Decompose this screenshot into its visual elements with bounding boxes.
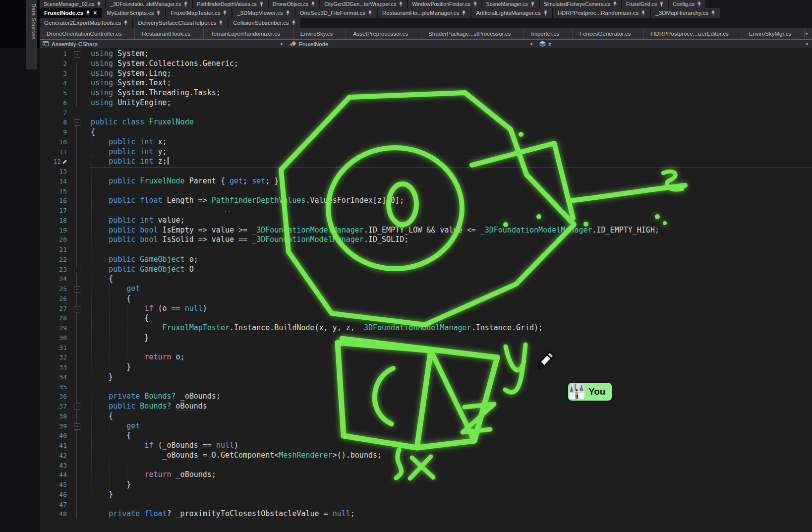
tab-PathfinderDepthValues.cs[interactable]: PathfinderDepthValues.cs: [193, 0, 268, 8]
fold-collapse-icon[interactable]: -: [74, 306, 80, 312]
code-line-3[interactable]: 3using System.Linq;: [40, 69, 812, 79]
code-line-23[interactable]: 23- public GameObject O: [40, 265, 812, 275]
code-line-44[interactable]: 44 return _oBounds;: [40, 470, 812, 480]
pin-icon[interactable]: [291, 20, 296, 26]
code-line-32[interactable]: 32 return o;: [40, 353, 812, 362]
pin-icon[interactable]: [97, 1, 101, 7]
pin-icon[interactable]: [86, 10, 90, 16]
pin-icon[interactable]: [613, 1, 617, 7]
code-line-12[interactable]: 12 public int z;: [40, 157, 812, 167]
code-line-9[interactable]: 9{: [40, 127, 812, 137]
code-line-27[interactable]: 27- if (o == null): [40, 304, 812, 314]
pin-icon[interactable]: [368, 10, 372, 16]
code-line-15[interactable]: 15: [40, 186, 812, 196]
code-line-21[interactable]: 21: [40, 245, 812, 255]
code-line-11[interactable]: 11 public int y;: [40, 147, 812, 157]
pin-icon[interactable]: [183, 1, 188, 7]
code-line-46[interactable]: 46 }: [40, 490, 812, 500]
pin-icon[interactable]: [659, 1, 664, 7]
tab-FencesGenerator.cs[interactable]: FencesGenerator.cs: [573, 28, 644, 39]
code-line-36[interactable]: 36 private Bounds? _oBounds;: [40, 392, 812, 402]
code-line-41[interactable]: 41 if (_oBounds == null): [40, 441, 812, 451]
pin-icon[interactable]: [711, 10, 715, 16]
fold-collapse-icon[interactable]: -: [74, 423, 80, 430]
tab-ShaderPackage...stProcessor.cs[interactable]: ShaderPackage...stProcessor.cs: [421, 28, 524, 39]
pin-icon[interactable]: [399, 1, 403, 7]
code-editor[interactable]: 1-using System;2using System.Collections…: [40, 48, 812, 532]
code-line-5[interactable]: 5using System.Threading.Tasks;: [40, 88, 812, 98]
close-icon[interactable]: ×: [93, 10, 97, 16]
code-line-17[interactable]: 17: [40, 206, 812, 216]
tab-CollisionSubscriber.cs[interactable]: CollisionSubscriber.cs: [229, 18, 300, 28]
data-sources-dock-tab[interactable]: Data Sources: [26, 0, 37, 69]
fold-collapse-icon[interactable]: -: [74, 286, 80, 293]
tab-MyEditorScripts.cs[interactable]: MyEditorScripts.cs: [102, 8, 165, 18]
breadcrumb-project-combo[interactable]: Assembly-CSharp ▼: [40, 40, 287, 48]
pin-icon[interactable]: [286, 10, 290, 16]
code-line-30[interactable]: 30 }: [40, 333, 812, 343]
code-line-40[interactable]: 40 {: [40, 431, 812, 441]
fold-collapse-icon[interactable]: -: [74, 119, 80, 126]
code-line-28[interactable]: 28 {: [40, 313, 812, 323]
code-line-43[interactable]: 43: [40, 461, 812, 471]
tab-SceneManager.cs[interactable]: SceneManager.cs: [482, 0, 539, 8]
fold-collapse-icon[interactable]: -: [74, 404, 80, 410]
code-line-37[interactable]: 37- public Bounds? oBounds: [40, 402, 812, 412]
code-line-8[interactable]: 8-public class FruxelNode: [40, 118, 812, 127]
code-line-1[interactable]: 1-using System;: [40, 49, 812, 59]
code-line-34[interactable]: 34 }: [40, 372, 812, 382]
code-line-47[interactable]: 47: [40, 500, 812, 510]
pin-icon[interactable]: [219, 20, 223, 26]
pin-icon[interactable]: [473, 1, 477, 7]
tab-_3DFoundatio...delManager.cs[interactable]: _3DFoundatio...delManager.cs: [106, 0, 192, 8]
tab-DroneOrientationController.cs[interactable]: DroneOrientationController.cs: [40, 28, 135, 39]
code-line-24[interactable]: 24 {: [40, 274, 812, 284]
tab-Generator2ExportMapTools.cs[interactable]: Generator2ExportMapTools.cs: [40, 18, 132, 28]
tab-_3DMapHierarchy.cs[interactable]: _3DMapHierarchy.cs: [651, 8, 720, 18]
tab-AssetPreprocessor.cs[interactable]: AssetPreprocessor.cs: [346, 28, 421, 39]
tab-ArtificialLightsManager.cs[interactable]: ArtificialLightsManager.cs: [471, 8, 552, 18]
tab-DroneObject.cs[interactable]: DroneObject.cs: [269, 0, 319, 8]
code-line-2[interactable]: 2using System.Collections.Generic;: [40, 59, 812, 69]
pin-icon[interactable]: [259, 1, 264, 7]
tab-HDRPPostproc...Randomizer.cs[interactable]: HDRPPostproc...Randomizer.cs: [553, 8, 650, 18]
code-line-33[interactable]: 33 }: [40, 362, 812, 372]
code-line-29[interactable]: 29 FruxelMapTester.Instance.BuildNode(x,…: [40, 323, 812, 333]
breadcrumb-member-combo[interactable]: z ▼: [536, 40, 812, 48]
fold-collapse-icon[interactable]: -: [74, 51, 80, 58]
code-line-18[interactable]: 18 public int value;: [40, 216, 812, 226]
pin-icon[interactable]: [223, 10, 227, 16]
tab-TerrainLayerRandomizer.cs[interactable]: TerrainLayerRandomizer.cs: [204, 28, 293, 39]
pin-icon[interactable]: [123, 20, 128, 26]
tab-FruxelNode.cs[interactable]: FruxelNode.cs×: [40, 8, 101, 18]
code-line-14[interactable]: 14 public FruxelNode Parent { get; set; …: [40, 177, 812, 186]
code-line-20[interactable]: 20 public bool IsSolid => value == _3DFo…: [40, 235, 812, 245]
tab-RestaurantHook.cs[interactable]: RestaurantHook.cs: [135, 28, 204, 39]
code-line-31[interactable]: 31: [40, 343, 812, 353]
tab-CityGen3DGen...torWrapper.cs[interactable]: CityGen3DGen...torWrapper.cs: [320, 0, 407, 8]
code-line-10[interactable]: 10 public int x;: [40, 137, 812, 147]
code-line-38[interactable]: 38 {: [40, 412, 812, 421]
tab-WindowPositionFinder.cs[interactable]: WindowPositionFinder.cs: [408, 0, 481, 8]
tab-SimulatedFisheyeCamera.cs[interactable]: SimulatedFisheyeCamera.cs: [540, 0, 621, 8]
tab-SceneManager_02.cs[interactable]: SceneManager_02.cs: [40, 0, 105, 8]
pin-icon[interactable]: [697, 1, 701, 7]
code-line-45[interactable]: 45 }: [40, 480, 812, 490]
tab-Importer.cs[interactable]: Importer.cs: [524, 28, 573, 39]
code-line-7[interactable]: 7: [40, 108, 812, 118]
tab-DeliverySurfaceClassHelper.cs[interactable]: DeliverySurfaceClassHelper.cs: [133, 18, 228, 28]
pin-icon[interactable]: [543, 10, 548, 16]
code-line-19[interactable]: 19 public bool IsEmpty => value >= _3DFo…: [40, 226, 812, 236]
code-line-42[interactable]: 42 _oBounds = O.GetComponent<MeshRendere…: [40, 451, 812, 461]
pin-icon[interactable]: [156, 10, 161, 16]
code-line-22[interactable]: 22 public GameObject o;: [40, 255, 812, 265]
code-line-48[interactable]: 48 private float? _proximityToClosestObs…: [40, 509, 812, 519]
chevron-down-icon[interactable]: ▼: [280, 42, 284, 47]
pin-icon[interactable]: [311, 1, 315, 7]
tab-_3DMapViewer.cs[interactable]: _3DMapViewer.cs: [232, 8, 294, 18]
tab-RestaurantHo...pleManager.cs[interactable]: RestaurantHo...pleManager.cs: [378, 8, 470, 18]
tab-EnviroSky.cs[interactable]: EnviroSky.cs: [293, 28, 346, 39]
pin-icon[interactable]: [462, 10, 466, 16]
tab-HDRPPostproce...izerEditor.cs[interactable]: HDRPPostproce...izerEditor.cs: [644, 28, 742, 39]
chevron-down-icon[interactable]: ▼: [805, 42, 809, 47]
